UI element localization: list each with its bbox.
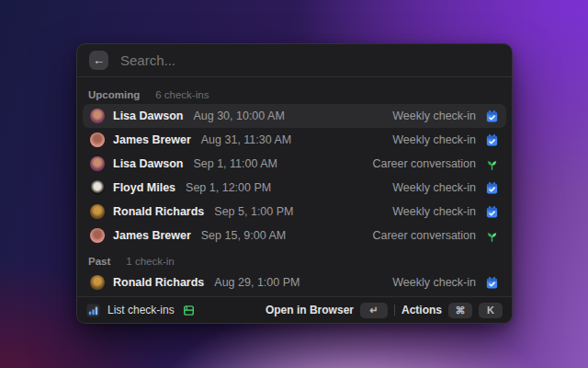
section-count: 6 check-ins <box>155 89 209 100</box>
checkin-date: Aug 29, 1:00 PM <box>214 276 300 289</box>
calendar-check-icon <box>485 181 499 195</box>
section-count: 1 check-in <box>126 256 174 267</box>
checkin-row[interactable]: Ronald Richards Aug 29, 1:00 PM Weekly c… <box>83 270 506 294</box>
command-label: List check-ins <box>107 304 175 316</box>
sprout-icon <box>485 157 499 171</box>
back-button[interactable]: ← <box>89 51 108 70</box>
lattice-logo-icon <box>182 304 196 317</box>
command-key-icon: ⌘ <box>448 303 472 318</box>
avatar <box>90 275 105 290</box>
person-name: Lisa Dawson <box>113 157 183 170</box>
checkin-type: Weekly check-in <box>392 276 476 289</box>
avatar <box>90 156 105 171</box>
arrow-left-icon: ← <box>93 51 105 70</box>
open-in-browser-label: Open in Browser <box>266 304 354 316</box>
footer-bar: List check-ins Open in Browser ↵ Actions… <box>77 296 512 323</box>
checkin-type: Career conversation <box>372 157 476 170</box>
checkin-date: Sep 1, 12:00 PM <box>186 181 271 194</box>
sprout-icon <box>485 229 499 243</box>
checkin-date: Sep 15, 9:00 AM <box>201 229 286 242</box>
search-bar: ← <box>77 44 512 77</box>
avatar <box>90 204 105 219</box>
section-header-upcoming: Upcoming 6 check-ins <box>83 86 506 104</box>
avatar <box>90 109 105 123</box>
actions-label: Actions <box>401 304 442 316</box>
actions-button[interactable]: Actions ⌘ K <box>401 301 503 320</box>
avatar <box>90 180 105 195</box>
footer-divider <box>394 305 395 316</box>
avatar <box>90 228 105 243</box>
checkin-row[interactable]: James Brewer Sep 15, 9:00 AM Career conv… <box>83 224 506 247</box>
bar-chart-icon <box>86 304 100 317</box>
checkin-row[interactable]: Floyd Miles Sep 1, 12:00 PM Weekly check… <box>83 176 506 200</box>
person-name: Floyd Miles <box>113 181 175 194</box>
checkin-row[interactable]: Lisa Dawson Sep 1, 11:00 AM Career conve… <box>83 152 506 176</box>
person-name: Ronald Richards <box>113 205 204 218</box>
checkin-date: Sep 5, 1:00 PM <box>214 205 293 218</box>
calendar-check-icon <box>485 133 499 147</box>
checkin-type: Weekly check-in <box>392 109 476 122</box>
person-name: Ronald Richards <box>113 276 204 289</box>
checkin-type: Weekly check-in <box>392 133 476 146</box>
command-palette-window: ← Upcoming 6 check-ins Lisa Dawson Aug 3… <box>76 43 513 324</box>
checkin-date: Sep 1, 11:00 AM <box>193 157 277 170</box>
section-label: Past <box>88 256 110 267</box>
checkin-row[interactable]: Lisa Dawson Aug 30, 10:00 AM Weekly chec… <box>83 104 506 128</box>
person-name: Lisa Dawson <box>113 109 183 122</box>
search-input[interactable] <box>119 52 500 69</box>
checkin-type: Career conversation <box>372 229 476 242</box>
open-in-browser-button[interactable]: Open in Browser ↵ <box>266 301 388 320</box>
calendar-check-icon <box>485 205 499 219</box>
calendar-check-icon <box>485 109 499 123</box>
calendar-check-icon <box>485 276 499 290</box>
avatar <box>90 132 105 147</box>
return-key-icon: ↵ <box>360 303 388 318</box>
checkin-date: Aug 30, 10:00 AM <box>193 109 284 122</box>
checkin-row[interactable]: James Brewer Aug 31, 11:30 AM Weekly che… <box>83 128 506 152</box>
person-name: James Brewer <box>113 229 191 242</box>
checkin-date: Aug 31, 11:30 AM <box>201 133 291 146</box>
results-list: Upcoming 6 check-ins Lisa Dawson Aug 30,… <box>77 77 512 296</box>
checkin-row[interactable]: Ronald Richards Sep 5, 1:00 PM Weekly ch… <box>83 200 506 224</box>
k-key-icon: K <box>479 303 503 318</box>
checkin-type: Weekly check-in <box>392 205 476 218</box>
section-label: Upcoming <box>88 89 140 100</box>
section-header-past: Past 1 check-in <box>83 252 506 270</box>
checkin-type: Weekly check-in <box>392 181 476 194</box>
person-name: James Brewer <box>113 133 191 146</box>
